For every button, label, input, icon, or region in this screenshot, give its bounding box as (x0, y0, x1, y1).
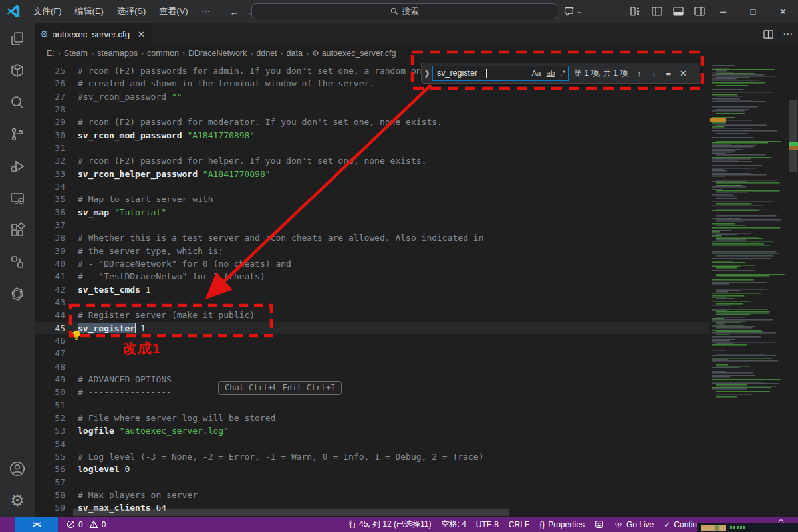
code-line-57[interactable]: 57 (35, 476, 710, 489)
breadcrumb-file[interactable]: autoexec_server.cfg (322, 49, 396, 58)
code-line-54[interactable]: 54 (35, 438, 710, 450)
code-line-45[interactable]: 45sv_register 1 (35, 322, 710, 334)
split-editor-icon[interactable] (763, 29, 773, 39)
code-line-49[interactable]: 49# ADVANCED OPTIONS (35, 373, 710, 386)
editor-more-actions-icon[interactable]: ⋯ (783, 28, 793, 40)
menu-item-1[interactable]: 编辑(E) (68, 3, 110, 19)
menu-item-3[interactable]: 查看(V) (152, 3, 194, 19)
find-in-selection-icon[interactable]: ≡ (661, 68, 676, 78)
hexagon-tool-icon[interactable] (1, 278, 33, 310)
menu-item-2[interactable]: 选择(S) (110, 3, 152, 19)
code-line-55[interactable]: 55# Log level (-3 = None, -2 = Error, -1… (35, 450, 710, 463)
editor-pane[interactable]: 25# rcon (F2) passwords for admin. If yo… (35, 61, 710, 517)
code-line-35[interactable]: 35# Map to start server with (35, 193, 710, 205)
search-placeholder: 搜索 (402, 6, 419, 17)
remote-indicator[interactable]: >< (15, 517, 58, 532)
account-icon[interactable] (1, 453, 33, 485)
command-center-search[interactable]: 搜索 (251, 3, 557, 19)
copilot-button[interactable]: ⌄ (564, 3, 582, 19)
cursor-position[interactable]: 行 45, 列 12 (已选择11) (349, 519, 432, 530)
toggle-panel-icon[interactable] (673, 6, 684, 17)
code-line-48[interactable]: 48 (35, 360, 710, 373)
menu-item-4[interactable]: ⋯ (195, 3, 217, 19)
go-live-button[interactable]: Go Live (614, 520, 654, 529)
code-line-28[interactable]: 28 (35, 103, 710, 116)
close-button[interactable]: ✕ (768, 0, 798, 23)
code-line-39[interactable]: 39# the server type, which is: (35, 245, 710, 257)
language-mode[interactable]: {}Properties (539, 520, 585, 529)
breadcrumb[interactable]: E:›Steam›steamapps›common›DDraceNetwork›… (47, 45, 396, 61)
customize-layout-icon[interactable] (630, 6, 641, 17)
code-line-34[interactable]: 34 (35, 180, 710, 193)
code-line-47[interactable]: 47 (35, 347, 710, 360)
code-line-27[interactable]: 27#sv_rcon_password "" (35, 90, 710, 103)
code-line-40[interactable]: 40# - "DDraceNetwork" for 0 (no cheats) … (35, 257, 710, 270)
minimap[interactable] (710, 61, 789, 517)
breadcrumb-item[interactable]: E: (47, 49, 55, 58)
toggle-primary-sidebar-icon[interactable] (652, 6, 662, 17)
breadcrumb-item[interactable]: data (287, 49, 303, 58)
code-line-41[interactable]: 41# - "TestDDraceNetwo" for 1 (cheats) (35, 270, 710, 283)
whole-word-toggle[interactable]: ab (547, 69, 555, 77)
code-line-58[interactable]: 58# Max players on server (35, 489, 710, 501)
code-line-53[interactable]: 53logfile "autoexec_server.log" (35, 424, 710, 437)
match-case-toggle[interactable]: Aa (531, 69, 541, 77)
find-previous-icon[interactable]: ↑ (632, 68, 646, 78)
breadcrumb-item[interactable]: steamapps (97, 49, 138, 58)
code-line-36[interactable]: 36sv_map "Tutorial" (35, 206, 710, 219)
code-text: # Register server (make it public) (78, 309, 255, 321)
line-number: 48 (35, 360, 65, 373)
horizontal-scrollbar[interactable] (73, 509, 509, 516)
inline-chat-hint[interactable]: Chat Ctrl+L Edit Ctrl+I (218, 381, 342, 395)
tab-autoexec-server-cfg[interactable]: ⚙ autoexec_server.cfg ✕ (35, 23, 152, 45)
code-line-52[interactable]: 52# File where server log will be stored (35, 412, 710, 424)
code-text: sv_test_cmds 1 (78, 283, 151, 296)
nav-back-icon[interactable]: ← (226, 6, 243, 17)
problems-status[interactable]: 0 0 (66, 517, 106, 532)
regex-toggle[interactable]: .* (560, 69, 565, 77)
code-line-51[interactable]: 51 (35, 399, 710, 412)
source-control-icon[interactable] (1, 118, 33, 150)
code-line-44[interactable]: 44# Register server (make it public) (35, 309, 710, 321)
code-line-30[interactable]: 30sv_rcon_mod_password "A1841770898" (35, 129, 710, 142)
find-close-icon[interactable]: ✕ (676, 68, 690, 78)
indentation[interactable]: 空格: 4 (441, 519, 466, 530)
remote-explorer-icon[interactable] (1, 182, 33, 214)
browser-grid-icon[interactable] (595, 520, 604, 529)
menu-item-0[interactable]: 文件(F) (27, 3, 68, 19)
lightbulb-icon[interactable] (70, 329, 82, 342)
minimize-button[interactable]: ─ (708, 0, 738, 23)
run-debug-icon[interactable] (1, 150, 33, 182)
code-line-38[interactable]: 38# Whether this is a test server and rc… (35, 231, 710, 244)
code-line-56[interactable]: 56loglevel 0 (35, 463, 710, 475)
toggle-replace-icon[interactable]: ❯ (422, 69, 432, 78)
breadcrumb-item[interactable]: ddnet (256, 49, 277, 58)
breadcrumb-item[interactable]: common (147, 49, 179, 58)
explorer-icon[interactable] (1, 23, 33, 55)
eol-sequence[interactable]: CRLF (509, 520, 529, 529)
search-sidebar-icon[interactable] (1, 86, 33, 118)
hierarchy-icon[interactable] (1, 246, 33, 278)
code-line-50[interactable]: 50# ---------------- (35, 386, 710, 398)
breadcrumb-item[interactable]: DDraceNetwork (188, 49, 247, 58)
code-line-37[interactable]: 37 (35, 219, 710, 231)
breadcrumb-item[interactable]: Steam (64, 49, 88, 58)
title-bar: 文件(F)编辑(E)选择(S)查看(V)⋯ ← → 搜索 ⌄ ─ □ ✕ (0, 0, 798, 23)
maximize-button[interactable]: □ (738, 0, 768, 23)
code-line-46[interactable]: 46 (35, 334, 710, 347)
code-line-42[interactable]: 42sv_test_cmds 1 (35, 283, 710, 296)
package-icon[interactable] (1, 55, 33, 86)
code-line-32[interactable]: 32# rcon (F2) password for helper. If yo… (35, 154, 710, 167)
toggle-secondary-sidebar-icon[interactable] (694, 6, 705, 17)
settings-gear-icon[interactable]: ⚙ (1, 485, 33, 517)
find-next-icon[interactable]: ↓ (646, 68, 661, 78)
continue-button[interactable]: ✓Contin (664, 520, 697, 529)
vertical-scrollbar[interactable] (789, 100, 797, 172)
code-line-31[interactable]: 31 (35, 142, 710, 154)
code-line-33[interactable]: 33sv_rcon_helper_password "A1841770898" (35, 168, 710, 180)
encoding[interactable]: UTF-8 (476, 520, 499, 529)
code-line-29[interactable]: 29# rcon (F2) password for moderator. If… (35, 116, 710, 128)
tab-close-icon[interactable]: ✕ (138, 29, 145, 39)
extensions-icon[interactable] (1, 214, 33, 246)
code-line-43[interactable]: 43 (35, 296, 710, 309)
